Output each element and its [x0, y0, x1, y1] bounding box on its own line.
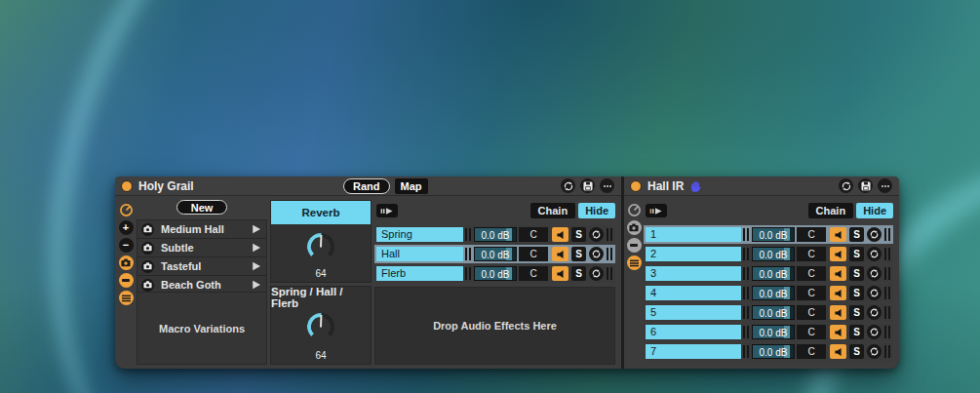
chain-pan[interactable]: C: [797, 305, 826, 320]
save-preset-icon[interactable]: [858, 178, 873, 193]
chain-row[interactable]: 5 0.0 dB C S: [644, 303, 893, 322]
chain-solo-button[interactable]: S: [849, 227, 864, 242]
chain-activator-button[interactable]: [552, 227, 568, 242]
chain-hot-swap-button[interactable]: [867, 266, 882, 281]
chain-name[interactable]: 2: [646, 247, 741, 261]
chain-row[interactable]: 1 0.0 dB C S: [644, 225, 893, 244]
chain-volume[interactable]: 0.0 dB: [752, 266, 795, 281]
more-options-icon[interactable]: [878, 178, 892, 193]
chain-solo-button[interactable]: S: [849, 305, 864, 320]
chain-view-button[interactable]: Chain: [530, 203, 576, 218]
holy-grail-titlebar[interactable]: Holy Grail Rand Map: [115, 177, 621, 196]
chain-solo-button[interactable]: S: [571, 227, 586, 242]
chain-solo-button[interactable]: S: [571, 266, 586, 281]
chain-view-button[interactable]: Chain: [808, 203, 854, 218]
hot-swap-icon[interactable]: [839, 178, 853, 193]
launch-variation-icon[interactable]: [252, 243, 261, 253]
chain-activator-button[interactable]: [552, 266, 568, 281]
chain-solo-button[interactable]: S: [849, 247, 864, 261]
remove-macro-button[interactable]: −: [119, 238, 134, 253]
chain-hot-swap-button[interactable]: [867, 247, 882, 261]
chain-activator-button[interactable]: [830, 266, 846, 281]
chain-pan[interactable]: C: [797, 344, 826, 359]
chain-activator-button[interactable]: [830, 286, 846, 300]
chain-hot-swap-button[interactable]: [589, 266, 604, 281]
macro-name-label[interactable]: Reverb: [271, 201, 371, 224]
chain-name[interactable]: 6: [646, 325, 741, 339]
chain-hot-swap-button[interactable]: [589, 247, 604, 261]
chain-row[interactable]: 3 0.0 dB C S: [644, 264, 893, 283]
chain-hot-swap-button[interactable]: [867, 344, 882, 359]
variation-row[interactable]: Subtle: [137, 239, 266, 257]
chain-name[interactable]: 5: [646, 305, 741, 320]
chain-volume[interactable]: 0.0 dB: [752, 286, 795, 300]
chain-list-toggle-icon[interactable]: [627, 255, 642, 270]
chain-volume[interactable]: 0.0 dB: [474, 266, 517, 281]
chain-pan[interactable]: C: [519, 266, 548, 281]
chain-pan[interactable]: C: [797, 325, 826, 339]
variation-row[interactable]: Medium Hall: [137, 220, 266, 239]
chain-solo-button[interactable]: S: [849, 266, 864, 281]
chain-hot-swap-button[interactable]: [589, 227, 604, 242]
device-activator-led[interactable]: [630, 180, 642, 192]
auto-select-button[interactable]: [646, 204, 667, 217]
chain-solo-button[interactable]: S: [849, 286, 864, 300]
launch-variation-icon[interactable]: [252, 224, 261, 234]
chain-solo-button[interactable]: S: [571, 247, 586, 261]
chain-activator-button[interactable]: [830, 247, 846, 261]
chain-pan[interactable]: C: [519, 227, 548, 242]
drop-audio-effects-zone[interactable]: Drop Audio Effects Here: [374, 287, 615, 365]
macro-variations-toggle-icon[interactable]: [627, 220, 642, 235]
chain-volume[interactable]: 0.0 dB: [752, 305, 795, 320]
devices-toggle-icon[interactable]: [119, 273, 134, 288]
chain-volume[interactable]: 0.0 dB: [752, 344, 795, 359]
new-variation-button[interactable]: New: [176, 200, 228, 215]
chain-name[interactable]: 7: [646, 344, 741, 359]
chain-volume[interactable]: 0.0 dB: [752, 247, 795, 261]
chain-hot-swap-button[interactable]: [867, 227, 882, 242]
more-options-icon[interactable]: [600, 178, 614, 193]
chain-row[interactable]: Hall 0.0 dB C S: [374, 245, 615, 263]
add-macro-button[interactable]: +: [119, 220, 134, 235]
chain-pan[interactable]: C: [797, 227, 826, 242]
chain-name[interactable]: Hall: [376, 247, 463, 261]
chain-pan[interactable]: C: [797, 266, 826, 281]
chain-row[interactable]: 2 0.0 dB C S: [644, 245, 893, 263]
chain-volume[interactable]: 0.0 dB: [474, 227, 517, 242]
chain-volume[interactable]: 0.0 dB: [474, 247, 517, 261]
chain-name[interactable]: Flerb: [376, 266, 463, 281]
chain-pan[interactable]: C: [519, 247, 548, 261]
chain-volume[interactable]: 0.0 dB: [752, 227, 795, 242]
hot-swap-icon[interactable]: [561, 178, 575, 193]
chain-row[interactable]: 7 0.0 dB C S: [644, 342, 893, 361]
chain-volume[interactable]: 0.0 dB: [752, 325, 795, 339]
chain-activator-button[interactable]: [552, 247, 568, 261]
chain-row[interactable]: 4 0.0 dB C S: [644, 284, 893, 302]
chain-hot-swap-button[interactable]: [867, 325, 882, 339]
chain-name[interactable]: 1: [646, 227, 741, 242]
variation-row[interactable]: Tasteful: [137, 257, 266, 276]
chain-hot-swap-button[interactable]: [867, 305, 882, 320]
chain-activator-button[interactable]: [830, 305, 846, 320]
chain-activator-button[interactable]: [830, 227, 846, 242]
chain-row[interactable]: Flerb 0.0 dB C S: [374, 264, 615, 283]
chain-row[interactable]: Spring 0.0 dB C S: [374, 225, 615, 244]
chain-list-toggle-icon[interactable]: [119, 291, 134, 305]
macro-name-label[interactable]: Spring / Hall / Flerb: [271, 287, 371, 304]
map-button[interactable]: Map: [395, 178, 428, 194]
chain-hot-swap-button[interactable]: [867, 286, 882, 300]
macro-knob[interactable]: 64: [271, 224, 371, 282]
chain-solo-button[interactable]: S: [849, 325, 864, 339]
launch-variation-icon[interactable]: [252, 280, 261, 290]
chain-name[interactable]: Spring: [376, 227, 463, 242]
chain-pan[interactable]: C: [797, 247, 826, 261]
hide-view-button[interactable]: Hide: [578, 203, 615, 218]
chain-row[interactable]: 6 0.0 dB C S: [644, 323, 893, 341]
auto-select-button[interactable]: [376, 204, 398, 217]
devices-toggle-icon[interactable]: [627, 238, 642, 253]
chain-name[interactable]: 4: [646, 286, 741, 300]
save-preset-icon[interactable]: [580, 178, 595, 193]
hall-ir-titlebar[interactable]: Hall IR: [624, 177, 899, 196]
macro-knob[interactable]: 64: [271, 304, 371, 364]
macro-controls-toggle-icon[interactable]: [119, 203, 134, 217]
